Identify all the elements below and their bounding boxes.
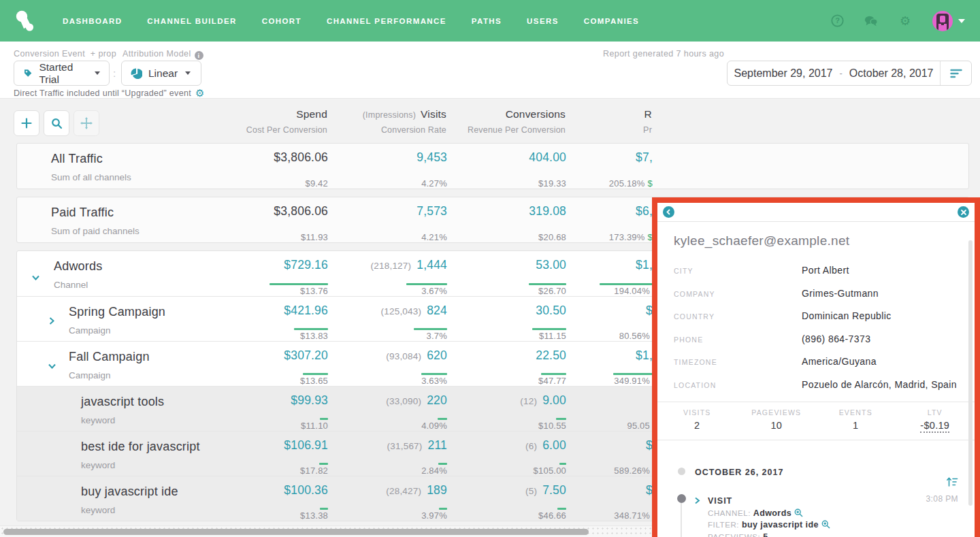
help-icon[interactable]: ?	[830, 14, 844, 28]
detail-value: (896) 864-7373	[802, 333, 870, 344]
row-type: Campaign	[69, 325, 212, 336]
caret-down-icon	[185, 71, 191, 75]
app-logo-icon[interactable]	[15, 10, 35, 32]
column-revenue[interactable]: R Pr	[566, 108, 652, 135]
detail-value: Grimes-Gutmann	[802, 288, 879, 299]
detail-value: Dominican Republic	[802, 310, 892, 321]
nav-item-users[interactable]: USERS	[527, 17, 559, 25]
nav-item-dashboard[interactable]: DASHBOARD	[63, 17, 122, 25]
detail-label: PHONE	[674, 333, 802, 344]
row-name: Paid Traffic	[51, 206, 212, 220]
timeline-dot	[677, 494, 686, 503]
detail-label: COMPANY	[674, 288, 802, 299]
row-name[interactable]: Fall Campaign	[69, 350, 212, 364]
timeline-date: OCTOBER 26, 2017	[657, 468, 975, 477]
add-button[interactable]	[14, 110, 39, 136]
chevron-down-icon[interactable]	[31, 272, 40, 284]
stat-label: PAGEVIEWS	[737, 408, 817, 417]
column-spend[interactable]: Spend Cost Per Conversion	[212, 108, 327, 135]
user-detail-panel: kylee_schaefer@example.net CITYPort Albe…	[652, 197, 980, 537]
search-button[interactable]	[44, 110, 69, 136]
channel-performance-table: Spend Cost Per Conversion (Impressions)V…	[0, 99, 980, 537]
detail-label: LOCATION	[674, 379, 802, 390]
column-visits[interactable]: (Impressions)Visits Conversion Rate	[327, 108, 446, 135]
add-prop-link[interactable]: + prop	[91, 49, 116, 59]
info-icon[interactable]: i	[195, 51, 203, 60]
stat-value: 1	[816, 420, 896, 431]
detail-label: TIMEZONE	[674, 356, 802, 367]
zoom-in-icon[interactable]	[821, 522, 830, 530]
table-toolbar	[14, 110, 99, 136]
activity-timeline: OCTOBER 26, 2017 VISIT 3:08 PM CHANNEL: …	[657, 468, 975, 537]
chevron-right-icon[interactable]	[694, 495, 700, 507]
timeline-visit[interactable]: VISIT 3:08 PM CHANNEL: Adwords FILTER: b…	[657, 494, 975, 537]
chevron-down-icon	[958, 19, 965, 23]
date-range-picker[interactable]: September 29, 2017 - October 28, 2017	[727, 61, 972, 86]
detail-value: Port Albert	[802, 265, 849, 276]
nav-item-paths[interactable]: PATHS	[472, 17, 502, 25]
account-menu[interactable]	[932, 11, 965, 31]
row-name[interactable]: javascript tools	[81, 395, 212, 409]
date-range-start: September 29, 2017	[734, 67, 833, 80]
stat-label: VISITS	[657, 408, 737, 417]
panel-header	[657, 203, 975, 222]
user-email: kylee_schaefer@example.net	[657, 222, 975, 248]
row-type: Channel	[54, 280, 212, 290]
horizontal-scrollbar[interactable]	[0, 525, 652, 537]
nav-item-channel-performance[interactable]: CHANNEL PERFORMANCE	[327, 17, 446, 25]
attribution-model-value: Linear	[148, 67, 178, 80]
row-name: All Traffic	[51, 152, 212, 166]
report-generated-label: Report generated 7 hours ago	[603, 49, 724, 59]
zoom-in-icon[interactable]	[794, 510, 803, 519]
stat-value-ltv[interactable]: -$0.19	[920, 420, 949, 433]
date-range-end: October 28, 2017	[849, 67, 934, 80]
row-name[interactable]: Spring Campaign	[69, 305, 212, 319]
nav-item-cohort[interactable]: COHORT	[262, 17, 301, 25]
nav-item-channel-builder[interactable]: CHANNEL BUILDER	[147, 17, 236, 25]
chat-bubbles-icon[interactable]	[864, 14, 878, 28]
panel-scrollbar[interactable]	[968, 240, 973, 506]
detail-value: America/Guyana	[802, 356, 877, 367]
top-nav: DASHBOARD CHANNEL BUILDER COHORT CHANNEL…	[0, 0, 980, 42]
back-button[interactable]	[663, 206, 674, 218]
row-type: keyword	[81, 460, 212, 470]
move-button[interactable]	[74, 110, 99, 136]
caret-down-icon	[95, 71, 100, 75]
nav-item-companies[interactable]: COMPANIES	[584, 17, 639, 25]
conversion-event-value: Started Trial	[39, 61, 87, 86]
tag-icon	[23, 67, 33, 79]
attribution-model-dropdown[interactable]: Linear	[121, 61, 201, 86]
row-name[interactable]: buy javascript ide	[81, 485, 212, 499]
column-conversions[interactable]: Conversions Revenue Per Conversion	[446, 108, 566, 135]
visit-time: 3:08 PM	[926, 494, 959, 504]
chevron-right-icon[interactable]	[48, 316, 56, 328]
gear-icon[interactable]: ⚙	[195, 88, 205, 98]
nav-menu: DASHBOARD CHANNEL BUILDER COHORT CHANNEL…	[63, 17, 639, 25]
table-header: Spend Cost Per Conversion (Impressions)V…	[16, 108, 980, 135]
chevron-down-icon[interactable]	[48, 361, 56, 373]
conversion-event-dropdown[interactable]: Started Trial	[14, 61, 110, 86]
pie-chart-icon	[131, 67, 142, 79]
svg-text:?: ?	[835, 16, 840, 25]
row-type: Campaign	[69, 370, 212, 380]
attribution-model-label: Attribution Modeli	[122, 49, 203, 60]
detail-label: COUNTRY	[674, 310, 802, 321]
filter-lines-icon[interactable]	[940, 61, 971, 85]
sort-ascending-icon[interactable]	[946, 476, 958, 490]
close-icon[interactable]	[958, 206, 969, 218]
row-name[interactable]: Adwords	[54, 259, 212, 274]
dropdown-separator: :	[113, 67, 116, 79]
table-row[interactable]: All TrafficSum of all channels $3,806.06…	[17, 144, 968, 189]
avatar[interactable]	[932, 11, 953, 31]
row-type: keyword	[81, 415, 212, 425]
stat-label: EVENTS	[816, 408, 896, 417]
row-name[interactable]: best ide for javascript	[81, 440, 212, 454]
timeline-dot	[678, 468, 685, 475]
conversion-event-label: Conversion Event + prop	[14, 49, 116, 59]
stat-value: 2	[657, 420, 737, 431]
stat-value: 10	[737, 420, 817, 431]
user-stats: VISITS2 PAGEVIEWS10 EVENTS1 LTV-$0.19	[657, 402, 975, 440]
gear-icon[interactable]: ⚙	[898, 14, 912, 28]
horizontal-scrollbar-thumb[interactable]	[3, 529, 589, 535]
stat-label: LTV	[896, 408, 975, 417]
